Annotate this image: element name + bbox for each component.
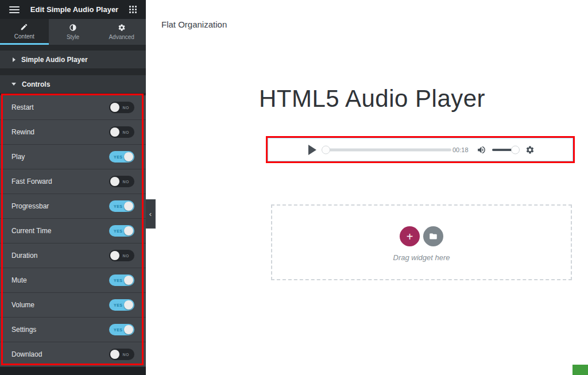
tab-label: Advanced — [109, 34, 134, 40]
tab-label: Style — [67, 34, 79, 40]
plus-icon: + — [407, 231, 413, 242]
corner-green-square — [572, 365, 588, 375]
panel-header: Edit Simple Audio Player — [0, 0, 146, 19]
control-label: Rewind — [11, 128, 34, 136]
section-simple-audio-player[interactable]: Simple Audio Player — [0, 51, 146, 68]
toggle-state-label: NO — [123, 254, 130, 258]
toggle-state-label: YES — [114, 229, 123, 233]
panel-tabs: Content Style Advanced — [0, 19, 146, 45]
section-label: Simple Audio Player — [21, 56, 88, 64]
half-circle-icon — [69, 24, 77, 32]
toggle-knob — [110, 177, 119, 186]
play-icon[interactable] — [308, 145, 316, 155]
progress-bar[interactable] — [325, 148, 451, 151]
elementor-panel: Edit Simple Audio Player Content Style A… — [0, 0, 146, 375]
tab-style[interactable]: Style — [49, 19, 98, 45]
gear-icon — [118, 24, 126, 32]
chevron-down-icon — [11, 83, 16, 86]
drop-area[interactable]: + Drag widget here — [271, 204, 572, 280]
toggle-switch[interactable]: YES — [109, 200, 134, 212]
widgets-grid-icon[interactable] — [129, 6, 137, 13]
tab-label: Content — [14, 33, 34, 40]
section-controls[interactable]: Controls — [0, 75, 146, 93]
chevron-left-icon: ‹ — [149, 210, 152, 218]
chevron-right-icon — [13, 57, 16, 62]
control-row: Progressbar YES — [0, 194, 146, 219]
page-label: Flat Organization — [161, 20, 227, 29]
page-heading[interactable]: HTML5 Audio Player — [156, 85, 588, 113]
control-label: Duration — [11, 252, 37, 260]
control-row: Volume YES — [0, 293, 146, 318]
control-row: Settings YES — [0, 318, 146, 342]
control-label: Fast Forward — [11, 177, 52, 185]
toggle-knob — [124, 300, 133, 310]
toggle-switch[interactable]: YES — [109, 151, 134, 163]
toggle-knob — [110, 127, 119, 137]
tab-content[interactable]: Content — [0, 19, 49, 45]
current-time: 00:18 — [452, 146, 469, 153]
toggle-switch[interactable]: NO — [109, 250, 134, 261]
toggle-state-label: NO — [123, 106, 130, 110]
toggle-state-label: NO — [123, 130, 130, 134]
toggle-state-label: NO — [123, 353, 130, 357]
toggle-switch[interactable]: NO — [109, 349, 134, 360]
tab-advanced[interactable]: Advanced — [97, 19, 146, 45]
panel-footer — [0, 367, 146, 375]
toggle-state-label: YES — [114, 303, 123, 307]
toggle-knob — [124, 226, 133, 235]
toggle-switch[interactable]: YES — [109, 299, 134, 311]
control-label: Volume — [11, 301, 34, 309]
toggle-state-label: YES — [114, 204, 123, 208]
toggle-knob — [124, 152, 133, 161]
control-label: Current Time — [11, 227, 51, 235]
pencil-icon — [20, 23, 28, 31]
toggle-knob — [110, 103, 119, 112]
toggle-switch[interactable]: NO — [109, 126, 134, 138]
panel-title: Edit Simple Audio Player — [20, 5, 129, 14]
template-library-button[interactable] — [423, 226, 443, 246]
progress-handle[interactable] — [322, 145, 330, 154]
toggle-state-label: YES — [114, 155, 123, 159]
control-row: Fast Forward NO — [0, 169, 146, 194]
drop-area-label: Drag widget here — [393, 253, 450, 262]
panel-collapse-handle[interactable]: ‹ — [146, 199, 156, 229]
toggle-state-label: NO — [123, 180, 130, 184]
player-settings-gear-icon[interactable] — [525, 145, 535, 154]
toggle-switch[interactable]: YES — [109, 275, 134, 286]
control-row: Restart NO — [0, 95, 146, 120]
control-row: Current Time YES — [0, 219, 146, 243]
toggle-switch[interactable]: NO — [109, 176, 134, 187]
control-label: Restart — [11, 103, 34, 111]
drop-area-buttons: + — [400, 226, 443, 246]
add-section-button[interactable]: + — [400, 226, 420, 246]
toggle-state-label: YES — [114, 279, 123, 283]
editor-canvas: Flat Organization HTML5 Audio Player 00:… — [146, 0, 588, 375]
toggle-switch[interactable]: YES — [109, 225, 134, 237]
toggle-switch[interactable]: NO — [109, 102, 134, 113]
controls-list: Restart NO Rewind NO Play YES Fast Forwa… — [0, 95, 146, 367]
control-row: Play YES — [0, 145, 146, 169]
control-row: Downlaod NO — [0, 342, 146, 367]
toggle-knob — [124, 325, 133, 334]
elementor-editor: Edit Simple Audio Player Content Style A… — [0, 0, 588, 375]
toggle-knob — [124, 202, 133, 211]
control-label: Play — [11, 153, 25, 161]
toggle-state-label: YES — [114, 328, 123, 332]
section-label: Controls — [22, 80, 50, 88]
control-label: Downlaod — [11, 350, 42, 358]
toggle-knob — [110, 350, 119, 359]
toggle-knob — [110, 251, 119, 260]
control-row: Rewind NO — [0, 120, 146, 145]
control-label: Settings — [11, 326, 36, 334]
toggle-switch[interactable]: YES — [109, 324, 134, 335]
volume-handle[interactable] — [511, 145, 520, 154]
speaker-icon[interactable] — [477, 145, 486, 154]
folder-icon — [429, 232, 438, 241]
control-row: Mute YES — [0, 268, 146, 293]
menu-icon[interactable] — [9, 6, 20, 13]
audio-player-widget[interactable]: 00:18 — [266, 136, 575, 163]
control-row: Duration NO — [0, 243, 146, 268]
toggle-knob — [124, 276, 133, 285]
control-label: Mute — [11, 276, 27, 284]
audio-player: 00:18 — [268, 138, 573, 161]
